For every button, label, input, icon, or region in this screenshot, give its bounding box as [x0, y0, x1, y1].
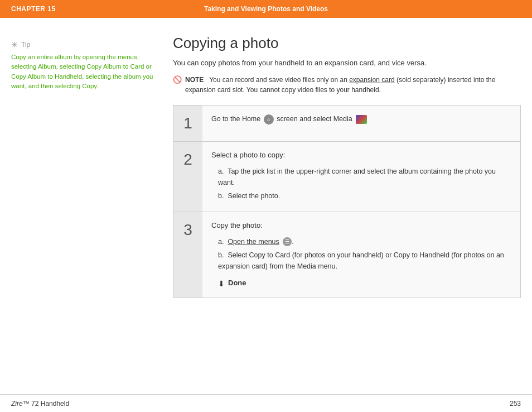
note-box: 🚫 NOTE You can record and save video fil…: [173, 75, 521, 95]
expansion-card-link[interactable]: expansion card: [349, 76, 394, 84]
step-number-1: 1: [173, 106, 202, 141]
step-number-2: 2: [173, 142, 202, 212]
footer-page: 253: [510, 400, 521, 408]
media-icon: [356, 115, 367, 124]
main-content: Copying a photo You can copy photos from…: [173, 35, 521, 298]
step-content-3: Copy the photo: a. Open the menus ☰. b. …: [202, 212, 520, 298]
chapter-label: CHAPTER 15: [11, 5, 56, 13]
step-row-3: 3 Copy the photo: a. Open the menus ☰. b…: [173, 212, 520, 298]
page-title: Copying a photo: [173, 35, 521, 52]
note-icon: 🚫: [173, 75, 182, 84]
step-number-3: 3: [173, 212, 202, 298]
content-area: ✳ Tip Copy an entire album by opening th…: [0, 18, 532, 309]
menu-icon: ☰: [283, 237, 292, 246]
note-label: NOTE: [185, 76, 204, 84]
step-content-2: Select a photo to copy: a. Tap the pick …: [202, 142, 520, 212]
step3-sub-a: a. Open the menus ☰.: [218, 236, 511, 247]
tip-header: ✳ Tip: [11, 40, 162, 49]
footer-brand: Zire™ 72 Handheld: [11, 400, 69, 408]
home-icon: ⌂: [264, 114, 274, 124]
step3-sub-b: b. Select Copy to Card (for photos on yo…: [218, 250, 511, 272]
steps-table: 1 Go to the Home ⌂ screen and select Med…: [173, 105, 521, 298]
tip-label: Tip: [21, 41, 30, 49]
tip-text: Copy an entire album by opening the menu…: [11, 52, 162, 91]
done-label: Done: [228, 277, 246, 289]
intro-text: You can copy photos from your handheld t…: [173, 59, 521, 67]
tip-star-icon: ✳: [11, 40, 18, 49]
step2-sub-a: a. Tap the pick list in the upper-right …: [218, 166, 511, 188]
header-bar: CHAPTER 15 Taking and Viewing Photos and…: [0, 0, 532, 18]
step-row-1: 1 Go to the Home ⌂ screen and select Med…: [173, 106, 520, 142]
step3-main: Copy the photo:: [211, 220, 511, 232]
done-icon: ⬇: [218, 277, 225, 290]
step2-sub-b: b. Select the photo.: [218, 190, 511, 202]
done-row: ⬇ Done: [218, 277, 511, 290]
footer: Zire™ 72 Handheld 253: [0, 394, 532, 412]
header-title: Taking and Viewing Photos and Videos: [204, 5, 328, 13]
sidebar: ✳ Tip Copy an entire album by opening th…: [11, 35, 173, 298]
open-menus-link[interactable]: Open the menus: [228, 238, 279, 246]
step1-instruction: Go to the Home ⌂ screen and select Media: [211, 115, 367, 123]
note-content: NOTE You can record and save video files…: [185, 75, 521, 95]
step-content-1: Go to the Home ⌂ screen and select Media: [202, 106, 520, 141]
step2-main: Select a photo to copy:: [211, 150, 511, 161]
step-row-2: 2 Select a photo to copy: a. Tap the pic…: [173, 142, 520, 212]
